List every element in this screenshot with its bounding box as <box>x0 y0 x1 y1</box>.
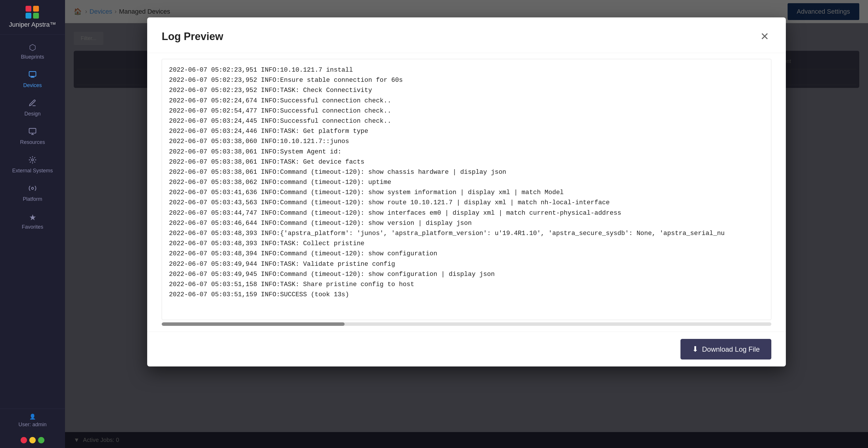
sidebar-item-external-systems[interactable]: External Systems <box>0 151 65 179</box>
resources-icon <box>28 127 37 137</box>
traffic-light-yellow <box>29 437 36 443</box>
sidebar-item-label: External Systems <box>12 168 53 174</box>
sidebar-item-label: Design <box>24 111 41 117</box>
logo-dot-green <box>33 13 39 19</box>
external-systems-icon <box>28 156 37 166</box>
sidebar-item-label: Platform <box>23 196 42 202</box>
traffic-light-green <box>38 437 44 443</box>
main-content: 🏠 › Devices › Managed Devices Advanced S… <box>65 0 868 448</box>
log-horizontal-scrollbar[interactable] <box>162 322 771 326</box>
modal-footer: ⬇ Download Log File <box>147 332 786 366</box>
logo-dot-blue <box>26 13 31 19</box>
svg-rect-1 <box>31 76 34 77</box>
devices-icon <box>28 70 37 81</box>
traffic-light-red <box>21 437 27 443</box>
logo-grid <box>26 6 39 19</box>
sidebar-item-label: Resources <box>20 139 45 146</box>
sidebar-item-design[interactable]: Design <box>0 94 65 122</box>
app-name: Juniper Apstra™ <box>9 21 56 28</box>
logo-dot-red <box>26 6 31 11</box>
svg-rect-2 <box>30 77 35 77</box>
design-icon <box>28 99 37 109</box>
logo-area: Juniper Apstra™ <box>0 0 65 35</box>
logo-dot-orange <box>33 6 39 11</box>
blueprints-icon: ⬡ <box>29 43 36 52</box>
sidebar-item-devices[interactable]: Devices <box>0 65 65 94</box>
platform-icon <box>28 184 37 194</box>
download-log-button[interactable]: ⬇ Download Log File <box>680 339 771 359</box>
log-preview-modal: Log Preview ✕ 2022-06-07 05:02:23,951 IN… <box>147 18 786 366</box>
log-scrollbar-thumb <box>162 322 345 326</box>
download-icon: ⬇ <box>692 345 699 354</box>
sidebar-bottom: 👤 User: admin <box>0 409 65 432</box>
user-label: User: admin <box>18 422 46 428</box>
sidebar-item-label: Favorites <box>22 224 43 230</box>
download-label: Download Log File <box>702 345 760 353</box>
modal-close-button[interactable]: ✕ <box>758 29 771 44</box>
sidebar-item-resources[interactable]: Resources <box>0 122 65 151</box>
traffic-lights <box>16 432 49 448</box>
modal-overlay: Log Preview ✕ 2022-06-07 05:02:23,951 IN… <box>65 0 868 448</box>
sidebar-item-blueprints[interactable]: ⬡ Blueprints <box>0 37 65 65</box>
modal-body: 2022-06-07 05:02:23,951 INFO:10.10.121.7… <box>147 53 786 332</box>
sidebar-item-platform[interactable]: Platform <box>0 179 65 207</box>
sidebar-item-label: Devices <box>23 83 42 89</box>
user-icon: 👤 <box>29 413 36 420</box>
log-container[interactable]: 2022-06-07 05:02:23,951 INFO:10.10.121.7… <box>162 59 771 320</box>
svg-rect-0 <box>29 72 36 76</box>
favorites-icon: ★ <box>29 213 36 222</box>
svg-point-7 <box>32 187 34 189</box>
sidebar-item-label: Blueprints <box>21 54 44 60</box>
modal-header: Log Preview ✕ <box>147 18 786 53</box>
sidebar: Juniper Apstra™ ⬡ Blueprints Devices Des… <box>0 0 65 448</box>
sidebar-nav: ⬡ Blueprints Devices Design Resources <box>0 35 65 409</box>
svg-rect-3 <box>29 129 36 133</box>
log-text: 2022-06-07 05:02:23,951 INFO:10.10.121.7… <box>169 65 764 300</box>
svg-point-6 <box>32 159 34 161</box>
modal-title: Log Preview <box>162 30 223 43</box>
sidebar-item-favorites[interactable]: ★ Favorites <box>0 207 65 235</box>
